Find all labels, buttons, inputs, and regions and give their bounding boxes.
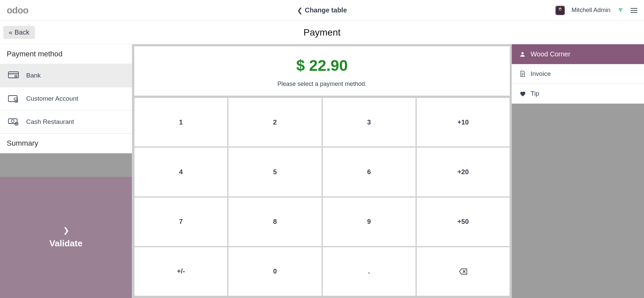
customer-name: Wood Corner: [531, 50, 571, 58]
username[interactable]: Mitchell Admin: [572, 7, 610, 14]
numkey-backspace[interactable]: [416, 247, 510, 296]
logo: odoo: [7, 5, 28, 16]
svg-point-13: [11, 120, 14, 122]
svg-point-14: [15, 122, 18, 126]
payment-method-label: Customer Account: [26, 95, 78, 102]
heart-icon: [519, 90, 526, 97]
avatar[interactable]: [555, 6, 565, 15]
payment-method-bank[interactable]: $ Bank: [0, 64, 132, 87]
numpad: 1 2 3 +10 4 5 6 +20 7 8 9 +50 +/- 0 .: [134, 98, 510, 296]
numkey-plus10[interactable]: +10: [416, 98, 510, 147]
numkey-dot[interactable]: .: [323, 247, 416, 296]
wallet-icon: [8, 95, 19, 103]
numkey-6[interactable]: 6: [323, 147, 416, 196]
payment-method-label: Cash Restaurant: [26, 118, 74, 126]
subheader: « Back Payment: [0, 21, 644, 44]
chevron-right-icon: ❯: [63, 226, 69, 235]
svg-rect-12: [8, 119, 17, 123]
svg-rect-2: [558, 9, 562, 10]
tip-label: Tip: [531, 90, 539, 97]
numkey-plus50[interactable]: +50: [416, 197, 510, 246]
avatar-icon: [555, 6, 565, 15]
numkey-sign[interactable]: +/-: [134, 247, 228, 296]
back-button[interactable]: « Back: [3, 26, 35, 39]
amount-value: $ 22.90: [296, 56, 348, 74]
amount-message: Please select a payment method.: [277, 81, 366, 88]
numkey-plus20[interactable]: +20: [416, 147, 510, 196]
left-panel: Payment method $ Bank Customer Account C…: [0, 44, 132, 298]
right-panel: Wood Corner Invoice Tip: [512, 44, 644, 298]
chevron-left-icon: ❮: [297, 6, 303, 14]
hamburger-menu-icon[interactable]: [631, 8, 637, 13]
back-label: Back: [14, 29, 29, 36]
numkey-7[interactable]: 7: [134, 197, 228, 246]
tip-button[interactable]: Tip: [512, 84, 644, 104]
invoice-button[interactable]: Invoice: [512, 64, 644, 84]
change-table-button[interactable]: ❮ Change table: [297, 6, 347, 14]
wifi-icon: [617, 6, 624, 14]
payment-method-header: Payment method: [0, 44, 132, 64]
backspace-icon: [459, 268, 467, 275]
document-icon: [519, 70, 526, 77]
numkey-4[interactable]: 4: [134, 147, 228, 196]
summary-header: Summary: [0, 134, 132, 153]
person-icon: [519, 51, 526, 58]
amount-box: $ 22.90 Please select a payment method.: [134, 46, 510, 96]
double-chevron-left-icon: «: [9, 29, 12, 36]
cash-icon: [8, 118, 19, 126]
center-panel: $ 22.90 Please select a payment method. …: [132, 44, 512, 298]
svg-point-3: [559, 9, 560, 10]
customer-banner[interactable]: Wood Corner: [512, 44, 644, 64]
numkey-8[interactable]: 8: [228, 197, 321, 246]
summary-body: [0, 153, 132, 177]
change-table-label: Change table: [305, 6, 347, 14]
payment-method-cash[interactable]: Cash Restaurant: [0, 110, 132, 134]
numkey-9[interactable]: 9: [323, 197, 416, 246]
bank-card-icon: $: [8, 71, 19, 80]
svg-rect-9: [8, 96, 17, 102]
numkey-0[interactable]: 0: [228, 247, 321, 296]
numkey-3[interactable]: 3: [323, 98, 416, 147]
numkey-5[interactable]: 5: [228, 147, 321, 196]
validate-button[interactable]: ❯ Validate: [0, 177, 132, 298]
app-header: odoo ❮ Change table Mitchell Admin: [0, 0, 644, 21]
numkey-2[interactable]: 2: [228, 98, 321, 147]
invoice-label: Invoice: [531, 70, 551, 78]
svg-point-4: [560, 9, 561, 10]
validate-label: Validate: [49, 238, 82, 249]
payment-method-label: Bank: [26, 72, 41, 79]
page-title: Payment: [303, 27, 341, 38]
payment-method-customer-account[interactable]: Customer Account: [0, 87, 132, 110]
numkey-1[interactable]: 1: [134, 98, 228, 147]
